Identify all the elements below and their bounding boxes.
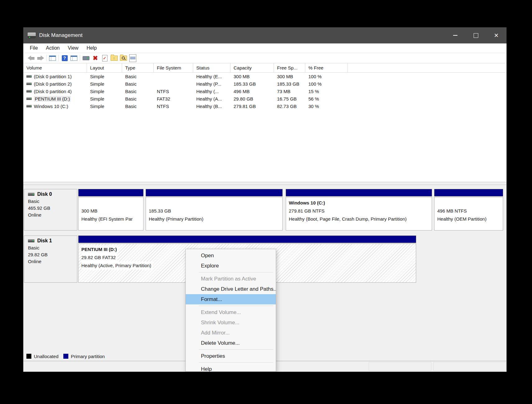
menu-action[interactable]: Action [42, 45, 64, 51]
menu-item-open[interactable]: Open [186, 250, 276, 261]
partition-efi-system[interactable]: 300 MB Healthy (EFI System Par [78, 189, 143, 231]
menu-item-explore[interactable]: Explore [186, 261, 276, 271]
maximize-button[interactable] [466, 27, 486, 43]
close-icon: × [494, 32, 498, 39]
menu-separator [199, 272, 273, 272]
panel-splitter[interactable] [23, 182, 507, 185]
folder-up-button[interactable]: ↑ [109, 54, 119, 62]
legend-unallocated-swatch [26, 354, 31, 359]
cell-layout: Simple [87, 104, 122, 109]
menu-file[interactable]: File [26, 45, 42, 51]
partition-size: 300 MB [81, 207, 143, 215]
col-filler [348, 63, 507, 73]
col-layout[interactable]: Layout [87, 63, 122, 73]
forward-button[interactable] [36, 54, 45, 62]
delete-button[interactable]: ✖ [91, 54, 100, 62]
menu-item-delete-volume[interactable]: Delete Volume... [186, 338, 276, 348]
menu-view[interactable]: View [64, 45, 82, 51]
col-status[interactable]: Status [193, 63, 230, 73]
back-button[interactable] [26, 54, 36, 62]
menu-separator [199, 362, 273, 363]
cell-pct-free: 56 % [305, 96, 348, 101]
table-row[interactable]: (Disk 0 partition 2) Simple Basic Health… [23, 80, 507, 88]
partition-health: Healthy (Boot, Page File, Crash Dump, Pr… [289, 215, 432, 223]
partition-color-bar [78, 236, 416, 243]
menu-bar: File Action View Help [23, 43, 507, 53]
maximize-icon [474, 33, 478, 38]
col-capacity[interactable]: Capacity [230, 63, 274, 73]
menu-help[interactable]: Help [83, 45, 101, 51]
console-tree-icon [49, 56, 56, 61]
partition-color-bar [146, 189, 283, 196]
forward-arrow-icon [37, 56, 44, 61]
screenshot-root: { "window": { "title": "Disk Management"… [0, 0, 532, 404]
folder-up-icon: ↑ [111, 56, 118, 61]
cell-pct-free: 100 % [305, 74, 348, 79]
cell-file-system: NTFS [154, 89, 193, 94]
volume-table-header: Volume Layout Type File System Status Ca… [23, 63, 507, 73]
cell-pct-free: 30 % [305, 104, 348, 109]
cell-type: Basic [122, 104, 154, 109]
disk-type: Basic [28, 198, 77, 205]
col-volume[interactable]: Volume [23, 63, 87, 73]
cell-status: Healthy (B... [193, 104, 230, 109]
properties-list-button[interactable] [128, 54, 137, 62]
check-disk-button[interactable]: ✓ [100, 54, 109, 62]
cell-status: Healthy (P... [193, 81, 230, 87]
toolbar-separator [46, 55, 47, 61]
disk-size: 29.82 GB [28, 251, 77, 258]
red-x-icon: ✖ [93, 55, 98, 61]
col-free-space[interactable]: Free Sp... [274, 63, 305, 73]
cell-pct-free: 100 % [305, 81, 348, 87]
volume-disk-icon [26, 75, 32, 78]
menu-item-help[interactable]: Help [186, 364, 276, 372]
disk-console-button[interactable] [81, 54, 91, 62]
legend-unallocated-label: Unallocated [34, 354, 58, 359]
cell-capacity: 185.33 GB [230, 81, 274, 87]
partition-oem[interactable]: 496 MB NTFS Healthy (OEM Partition) [434, 189, 503, 231]
disk-icon [83, 56, 89, 60]
disk1-label-box[interactable]: Disk 1 Basic 29.82 GB Online [24, 236, 77, 283]
help-button[interactable]: ? [60, 54, 69, 62]
disk-status: Online [28, 212, 77, 218]
partition-color-bar [434, 189, 503, 196]
cell-pct-free: 15 % [305, 89, 348, 94]
menu-item-properties[interactable]: Properties [186, 351, 276, 361]
cell-capacity: 300 MB [230, 74, 274, 79]
cell-file-system: NTFS [154, 104, 193, 109]
volume-name: (Disk 0 partition 1) [34, 74, 72, 79]
action-pane-icon [70, 56, 77, 61]
show-action-pane-button[interactable] [69, 54, 79, 62]
col-pct-free[interactable]: % Free [305, 63, 348, 73]
col-type[interactable]: Type [122, 63, 154, 73]
close-button[interactable]: × [486, 27, 507, 43]
toolbar-separator [58, 55, 59, 61]
disk0-label-box[interactable]: Disk 0 Basic 465.92 GB Online [24, 189, 77, 231]
volume-name: (Disk 0 partition 4) [34, 89, 72, 94]
table-row[interactable]: (Disk 0 partition 4) Simple Basic NTFS H… [23, 88, 507, 95]
folder-search-button[interactable] [119, 54, 128, 62]
cell-type: Basic [122, 74, 154, 79]
partition-primary-185gb[interactable]: 185.33 GB Healthy (Primary Partition) [146, 189, 283, 231]
cell-capacity: 279.81 GB [230, 104, 274, 109]
checklist-icon [129, 54, 136, 62]
cell-file-system: FAT32 [154, 96, 193, 101]
cell-capacity: 496 MB [230, 89, 274, 94]
cell-free-space: 16.75 GB [274, 96, 305, 101]
cell-free-space: 73 MB [274, 89, 305, 94]
col-file-system[interactable]: File System [154, 63, 193, 73]
menu-item-format[interactable]: Format... [186, 294, 276, 304]
partition-windows10-c[interactable]: Windows 10 (C:) 279.81 GB NTFS Healthy (… [286, 189, 432, 231]
minimize-button[interactable] [445, 27, 466, 43]
menu-item-change-drive-letter[interactable]: Change Drive Letter and Paths... [186, 284, 276, 294]
window-title: Disk Management [39, 32, 83, 38]
partition-health: Healthy (EFI System Par [81, 215, 143, 223]
partition-size: 279.81 GB NTFS [289, 207, 432, 215]
table-row[interactable]: Windows 10 (C:) Simple Basic NTFS Health… [23, 102, 507, 110]
table-row-selected[interactable]: PENTIUM III (D:) Simple Basic FAT32 Heal… [23, 95, 507, 102]
check-document-icon: ✓ [102, 55, 107, 61]
cell-layout: Simple [87, 81, 122, 87]
show-console-tree-button[interactable] [48, 54, 57, 62]
table-row[interactable]: (Disk 0 partition 1) Simple Basic Health… [23, 73, 507, 80]
disk-management-app-icon [28, 33, 36, 38]
